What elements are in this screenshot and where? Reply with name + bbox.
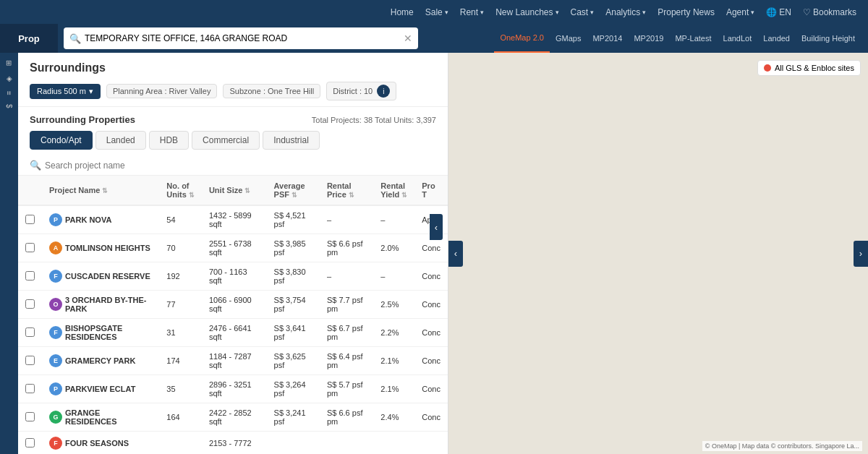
row-checkbox-cell [18, 347, 42, 375]
row-rental-yield-1: 2.0% [373, 234, 414, 262]
panel-title: Surroundings [30, 61, 436, 74]
th-unit-size[interactable]: Unit Size ⇅ [202, 176, 267, 205]
row-project-name-4[interactable]: F BISHOPSGATE RESIDENCES [42, 319, 159, 347]
row-avg-psf-5: S$ 3,625 psf [267, 347, 320, 375]
th-avg-psf[interactable]: AveragePSF ⇅ [267, 176, 320, 205]
tab-mp-latest[interactable]: MP-Latest [669, 24, 717, 53]
tab-landlot[interactable]: LandLot [718, 24, 758, 53]
row-badge-1: A [49, 241, 62, 254]
row-units-4: 31 [159, 319, 202, 347]
table-row: P PARKVIEW ECLAT 35 2896 - 3251 sqft S$ … [18, 375, 448, 403]
row-project-name-8[interactable]: F FOUR SEASONS [42, 432, 159, 455]
row-rental-yield-0: – [373, 205, 414, 234]
row-checkbox-cell [18, 403, 42, 432]
nav-language[interactable]: 🌐 EN [766, 7, 791, 17]
row-badge-4: F [49, 326, 62, 339]
map-expand-right[interactable]: › [854, 241, 868, 267]
row-checkbox-4[interactable] [25, 327, 35, 337]
row-name-6: PARKVIEW ECLAT [65, 385, 135, 393]
row-badge-0: P [49, 213, 62, 226]
row-checkbox-7[interactable] [25, 412, 35, 421]
gls-toggle[interactable]: All GLS & Enbloc sites [757, 60, 861, 76]
row-project-name-0[interactable]: P PARK NOVA [42, 205, 159, 234]
row-avg-psf-3: S$ 3,754 psf [267, 291, 320, 319]
row-units-5: 174 [159, 347, 202, 375]
radius-filter[interactable]: Radius 500 m ▾ [30, 84, 101, 99]
nav-analytics[interactable]: Analytics ▾ [605, 7, 646, 17]
tab-commercial[interactable]: Commercial [192, 131, 260, 150]
row-checkbox-0[interactable] [25, 215, 35, 224]
planning-area-filter[interactable]: Planning Area : River Valley [106, 84, 218, 98]
search-icon: 🔍 [69, 33, 81, 44]
th-units[interactable]: No. ofUnits ⇅ [159, 176, 202, 205]
th-project-name[interactable]: Project Name ⇅ [42, 176, 159, 205]
tab-landed[interactable]: Landed [757, 24, 796, 53]
nav-home[interactable]: Home [391, 7, 414, 17]
map-expand-left[interactable]: ‹ [448, 241, 463, 267]
row-rental-yield-3: 2.5% [373, 291, 414, 319]
tab-mp2014[interactable]: MP2014 [587, 24, 628, 53]
th-rental-price[interactable]: RentalPrice ⇅ [320, 176, 373, 205]
nav-rent[interactable]: Rent ▾ [460, 7, 484, 17]
sidebar-icon-2[interactable]: ◈ [5, 74, 13, 82]
row-avg-psf-7: S$ 3,241 psf [267, 403, 320, 432]
subzone-filter[interactable]: Subzone : One Tree Hill [223, 84, 320, 98]
project-search-input[interactable] [45, 160, 436, 171]
tab-mp2019[interactable]: MP2019 [628, 24, 669, 53]
nav-sale[interactable]: Sale ▾ [425, 7, 448, 17]
row-type-4: Conc [414, 319, 448, 347]
row-units-6: 35 [159, 375, 202, 403]
row-units-0: 54 [159, 205, 202, 234]
row-project-name-1[interactable]: A TOMLINSON HEIGHTS [42, 234, 159, 262]
row-unit-size-3: 1066 - 6900 sqft [202, 291, 267, 319]
row-name-3: 3 ORCHARD BY-THE-PARK [65, 296, 152, 313]
row-project-name-3[interactable]: O 3 ORCHARD BY-THE-PARK [42, 291, 159, 319]
nav-agent[interactable]: Agent ▾ [726, 7, 754, 17]
tab-hdb[interactable]: HDB [149, 131, 189, 150]
row-checkbox-2[interactable] [25, 271, 35, 280]
row-checkbox-cell [18, 205, 42, 234]
row-badge-6: P [49, 382, 62, 395]
row-rental-yield-7: 2.4% [373, 403, 414, 432]
row-avg-psf-6: S$ 3,264 psf [267, 375, 320, 403]
row-project-name-5[interactable]: E GRAMERCY PARK [42, 347, 159, 375]
sidebar-icon-3[interactable]: ≡ [5, 91, 13, 95]
row-avg-psf-0: S$ 4,521 psf [267, 205, 320, 234]
row-checkbox-5[interactable] [25, 356, 35, 365]
nav-cast[interactable]: Cast ▾ [571, 7, 595, 17]
row-type-2: Conc [414, 262, 448, 291]
sidebar-icon-1[interactable]: ⊞ [5, 60, 13, 66]
nav-bookmarks[interactable]: ♡ Bookmarks [803, 7, 856, 17]
row-name-8: FOUR SEASONS [65, 439, 129, 447]
search-input[interactable] [85, 33, 404, 43]
tab-landed[interactable]: Landed [95, 131, 146, 150]
tab-onemap[interactable]: OneMap 2.0 [494, 24, 550, 53]
collapse-panel-right[interactable]: ‹ [430, 214, 443, 240]
row-unit-size-4: 2476 - 6641 sqft [202, 319, 267, 347]
sidebar-icon-4[interactable]: $ [5, 104, 13, 108]
row-checkbox-6[interactable] [25, 384, 35, 393]
th-checkbox [18, 176, 42, 205]
row-checkbox-cell [18, 262, 42, 291]
nav-property-news[interactable]: Property News [658, 7, 715, 17]
row-badge-2: F [49, 270, 62, 283]
row-project-name-2[interactable]: F CUSCADEN RESERVE [42, 262, 159, 291]
map-tabs: OneMap 2.0 GMaps MP2014 MP2019 MP-Latest… [424, 24, 868, 53]
clear-search-icon[interactable]: ✕ [404, 33, 412, 44]
row-rental-price-8 [320, 432, 373, 455]
nav-new-launches[interactable]: New Launches ▾ [495, 7, 558, 17]
gls-dot [764, 64, 771, 72]
tab-industrial[interactable]: Industrial [263, 131, 320, 150]
district-filter[interactable]: District : 10 i [326, 82, 396, 100]
row-units-1: 70 [159, 234, 202, 262]
row-project-name-6[interactable]: P PARKVIEW ECLAT [42, 375, 159, 403]
tab-condo[interactable]: Condo/Apt [30, 131, 93, 150]
tab-building-height[interactable]: Building Height [796, 24, 861, 53]
row-checkbox-3[interactable] [25, 299, 35, 309]
row-project-name-7[interactable]: G GRANGE RESIDENCES [42, 403, 159, 432]
th-pro-t[interactable]: ProT [414, 176, 448, 205]
row-checkbox-8[interactable] [25, 438, 35, 447]
tab-gmaps[interactable]: GMaps [550, 24, 587, 53]
th-rental-yield[interactable]: RentalYield ⇅ [373, 176, 414, 205]
row-checkbox-1[interactable] [25, 243, 35, 252]
